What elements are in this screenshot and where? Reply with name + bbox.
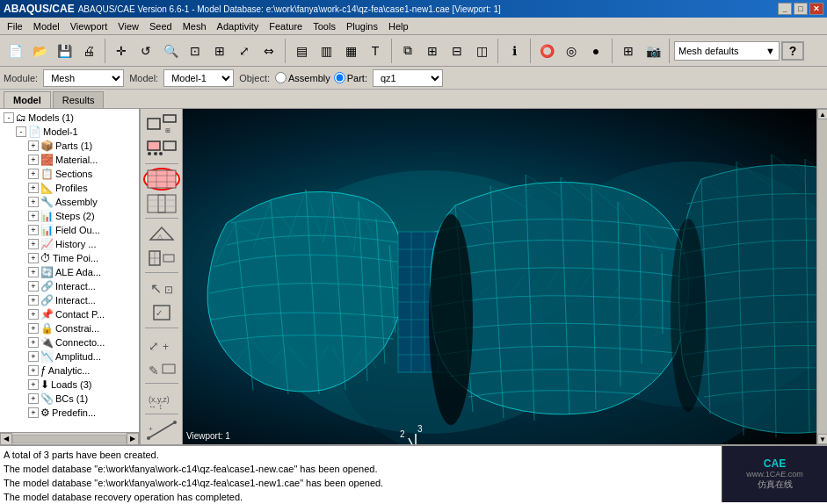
minimize-button[interactable]: _: [778, 3, 792, 15]
menu-tools[interactable]: Tools: [308, 19, 341, 33]
expand-model1[interactable]: -: [16, 126, 26, 137]
expand-interact2[interactable]: +: [28, 295, 39, 306]
print-button[interactable]: 🖨: [77, 40, 100, 62]
mesh-controls-btn[interactable]: [143, 247, 180, 270]
expand-assembly[interactable]: +: [28, 197, 39, 207]
menu-model[interactable]: Model: [28, 19, 65, 33]
viewport4-button[interactable]: ◫: [470, 40, 493, 62]
menu-seed[interactable]: Seed: [144, 19, 178, 33]
circle-button[interactable]: ⭕: [535, 40, 558, 62]
tree-item-interact2[interactable]: + 🔗 Interact...: [2, 293, 137, 307]
mesh-region-btn[interactable]: [143, 192, 180, 215]
expand-materials[interactable]: +: [28, 155, 39, 165]
tree-item-analytic[interactable]: + ƒ Analytic...: [2, 364, 137, 378]
fitview-button[interactable]: ⊞: [208, 40, 231, 62]
tree-item-interact1[interactable]: + 🔗 Interact...: [2, 279, 137, 293]
tree-item-history-output[interactable]: + 📈 History ...: [2, 237, 137, 251]
part-radio[interactable]: Part:: [334, 72, 367, 83]
viewport2-button[interactable]: ⊞: [421, 40, 444, 62]
tree-item-materials[interactable]: + 🧱 Material...: [2, 153, 137, 167]
pan-button[interactable]: ⤢: [233, 40, 256, 62]
menu-plugins[interactable]: Plugins: [341, 19, 383, 33]
maximize-button[interactable]: □: [794, 3, 808, 15]
menu-mesh[interactable]: Mesh: [178, 19, 212, 33]
part-select[interactable]: qz1: [373, 69, 443, 87]
grid-button[interactable]: ⊞: [617, 40, 640, 62]
new-button[interactable]: 📄: [4, 40, 26, 62]
open-button[interactable]: 📂: [28, 40, 51, 62]
align-left-button[interactable]: ▤: [290, 40, 313, 62]
rotate-button[interactable]: ↺: [134, 40, 157, 62]
expand-field-output[interactable]: +: [28, 225, 39, 235]
tree-item-loads[interactable]: + ⬇ Loads (3): [2, 378, 137, 392]
dot-button[interactable]: ●: [584, 40, 607, 62]
expand-contact[interactable]: +: [28, 309, 39, 320]
scroll-right-btn[interactable]: ▶: [127, 433, 139, 445]
expand-bcs[interactable]: +: [28, 393, 39, 404]
edit-mesh-btn[interactable]: ✎: [143, 356, 180, 379]
assembly-radio[interactable]: Assembly: [275, 72, 330, 83]
mesh-part-btn[interactable]: [143, 168, 180, 191]
viewport-button[interactable]: ⧉: [396, 40, 419, 62]
mesh-defaults-dropdown[interactable]: Mesh defaults ▼: [674, 41, 780, 61]
tree-item-time-points[interactable]: + ⏱ Time Poi...: [2, 251, 137, 265]
axes-btn[interactable]: (x,y,z)↔ ↕: [143, 387, 180, 410]
verify-mesh-btn[interactable]: ✓: [143, 301, 180, 324]
tab-model[interactable]: Model: [4, 91, 51, 108]
module-select[interactable]: Mesh Part Property Assembly Step Interac…: [43, 69, 124, 87]
expand-profiles[interactable]: +: [28, 183, 39, 193]
menu-feature[interactable]: Feature: [264, 19, 308, 33]
move-button[interactable]: ✛: [110, 40, 133, 62]
info-button[interactable]: ℹ: [503, 40, 526, 62]
expand-connectors[interactable]: +: [28, 337, 39, 348]
tree-item-amplitude[interactable]: + 📉 Amplitud...: [2, 349, 137, 364]
zoombox-button[interactable]: ⊡: [184, 40, 207, 62]
tree-item-connectors[interactable]: + 🔌 Connecto...: [2, 335, 137, 349]
tree-item-profiles[interactable]: + 📐 Profiles: [2, 181, 137, 195]
vscroll-track[interactable]: [817, 119, 827, 434]
tree-item-predefined[interactable]: + ⚙ Predefin...: [2, 406, 137, 420]
seed-part-btn[interactable]: ⊞: [143, 112, 180, 135]
element-type-btn[interactable]: △: [143, 222, 180, 245]
expand-interact1[interactable]: +: [28, 281, 39, 292]
expand-predefined[interactable]: +: [28, 407, 39, 418]
tree-item-model1[interactable]: - 📄 Model-1: [2, 125, 137, 139]
tree-item-ale[interactable]: + 🔄 ALE Ada...: [2, 265, 137, 279]
tree-item-field-output[interactable]: + 📊 Field Ou...: [2, 223, 137, 237]
viewport-scrollbar[interactable]: ▲ ▼: [816, 109, 827, 444]
tree-item-models[interactable]: - 🗂 Models (1): [2, 111, 137, 125]
expand-steps[interactable]: +: [28, 211, 39, 221]
close-button[interactable]: ✕: [809, 3, 823, 15]
tree-item-constraints[interactable]: + 🔒 Constrai...: [2, 321, 137, 335]
expand-constraints[interactable]: +: [28, 323, 39, 334]
menu-viewport[interactable]: Viewport: [65, 19, 113, 33]
expand-amplitude[interactable]: +: [28, 351, 39, 362]
scroll-up-btn[interactable]: ▲: [817, 109, 827, 119]
expand-ale[interactable]: +: [28, 267, 39, 277]
model-select[interactable]: Model-1: [163, 69, 234, 87]
tree-horizontal-scrollbar[interactable]: ◀ ▶: [0, 432, 139, 444]
viewport3-button[interactable]: ⊟: [446, 40, 468, 62]
circle2-button[interactable]: ◎: [560, 40, 583, 62]
menu-view[interactable]: View: [112, 19, 144, 33]
expand-parts[interactable]: +: [28, 140, 39, 151]
text-button[interactable]: T: [364, 40, 387, 62]
expand-history[interactable]: +: [28, 239, 39, 249]
camera-button[interactable]: 📷: [642, 40, 664, 62]
partition-btn[interactable]: ⤢+: [143, 332, 180, 355]
expand-time-points[interactable]: +: [28, 253, 39, 263]
tree-item-sections[interactable]: + 📋 Sections: [2, 167, 137, 181]
query-mesh-btn[interactable]: ↖⊡: [143, 277, 180, 299]
expand-models[interactable]: -: [4, 112, 14, 123]
tree-item-parts[interactable]: + 📦 Parts (1): [2, 139, 137, 153]
expand-sections[interactable]: +: [28, 169, 39, 179]
menu-file[interactable]: File: [2, 19, 28, 33]
scroll-left-btn[interactable]: ◀: [0, 433, 12, 445]
scroll-track[interactable]: [12, 435, 127, 443]
menu-adaptivity[interactable]: Adaptivity: [212, 19, 265, 33]
align-right-button[interactable]: ▦: [339, 40, 362, 62]
zoom-button[interactable]: 🔍: [159, 40, 182, 62]
expand-loads[interactable]: +: [28, 379, 39, 390]
tree-item-steps[interactable]: + 📊 Steps (2): [2, 209, 137, 223]
model-tree[interactable]: - 🗂 Models (1) - 📄 Model-1 + 📦 Parts (1): [0, 109, 139, 432]
